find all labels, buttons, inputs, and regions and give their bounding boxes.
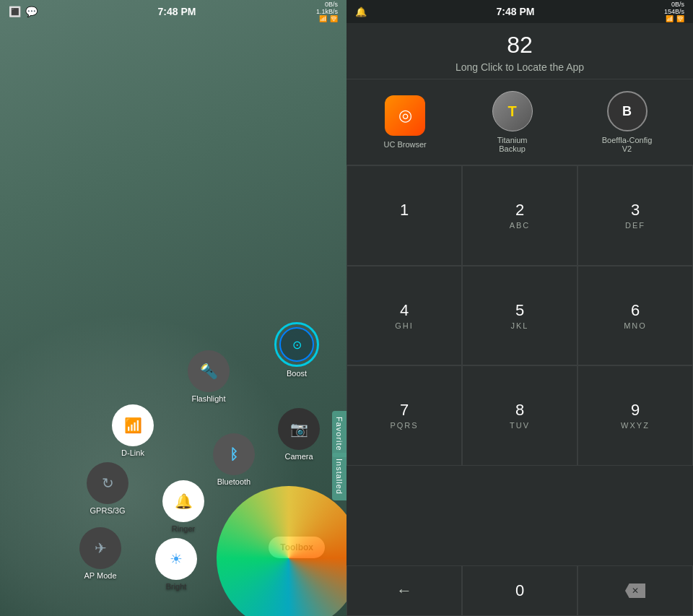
whatsapp-icon: 💬 [25, 6, 38, 17]
menu-item-ringer[interactable]: Ringer [162, 480, 204, 533]
key-9[interactable]: 9 WXYZ [578, 365, 693, 466]
network-info-left: 0B/s 1.1kB/s 📶 🛜 [316, 1, 338, 22]
signal-icon: 📶 [319, 15, 327, 22]
boeffla-symbol: B [622, 104, 632, 119]
boost-ring: ⊙ [274, 322, 319, 367]
gprs-label: GPRS/3G [90, 506, 126, 515]
radial-menu: D-Link Flashlight ⊙ Boost Camera [0, 197, 346, 616]
dlink-icon [112, 404, 154, 446]
boost-symbol: ⊙ [292, 338, 302, 352]
ringer-symbol [175, 492, 193, 511]
bright-label: Bright [166, 582, 187, 591]
key-6[interactable]: 6 MNO [578, 266, 693, 366]
menu-item-flashlight[interactable]: Flashlight [188, 350, 230, 403]
app-uc-browser[interactable]: ◎ UC Browser [383, 95, 426, 149]
wifi-symbol [124, 416, 142, 435]
key-3-letters: DEF [625, 221, 645, 230]
key-4-number: 4 [400, 301, 409, 320]
key-2-number: 2 [515, 201, 524, 220]
network-info-right: 0B/s 154B/s 📶 🛜 [664, 1, 684, 22]
download-speed-left: 1.1kB/s [316, 8, 338, 15]
wifi-right: 🛜 [676, 15, 684, 22]
key-2-letters: ABC [510, 221, 531, 230]
status-icons-left: 🔳 💬 [9, 6, 38, 17]
status-bar-left: 🔳 💬 7:48 PM 0B/s 1.1kB/s 📶 🛜 [0, 0, 346, 23]
key-1-letters [402, 221, 406, 230]
delete-icon: ✕ [625, 584, 645, 598]
titanium-symbol: T [508, 103, 517, 120]
key-5-number: 5 [515, 301, 524, 320]
camera-icon [278, 408, 320, 450]
uc-browser-label: UC Browser [383, 140, 426, 149]
menu-item-camera[interactable]: Camera [278, 408, 320, 461]
key-5[interactable]: 5 JKL [462, 266, 578, 366]
app-boeffla[interactable]: B Boeffla-Config V2 [598, 91, 656, 153]
gprs-symbol: ↻ [102, 474, 114, 492]
flashlight-icon [188, 350, 230, 392]
key-6-letters: MNO [624, 321, 647, 330]
app-search-section: 82 Long Click to Locate the App [346, 23, 693, 79]
key-8-letters: TUV [510, 421, 530, 430]
back-arrow-icon: ← [396, 581, 412, 600]
menu-item-dlink[interactable]: D-Link [112, 404, 154, 457]
key-4[interactable]: 4 GHI [346, 266, 462, 366]
arc-decoration [217, 486, 346, 616]
flashlight-label: Flashlight [191, 394, 225, 403]
key-0-number: 0 [515, 581, 524, 600]
key-7-letters: PQRS [390, 421, 418, 430]
key-0[interactable]: 0 [462, 565, 578, 616]
signal-right: 📶 [666, 15, 674, 22]
apmode-icon [79, 527, 121, 569]
boeffla-label: Boeffla-Config V2 [598, 136, 656, 153]
app-instruction: Long Click to Locate the App [358, 61, 681, 73]
uc-browser-icon: ◎ [385, 95, 425, 136]
key-8[interactable]: 8 TUV [462, 365, 578, 466]
key-2[interactable]: 2 ABC [462, 165, 578, 266]
download-speed-right: 154B/s [664, 8, 684, 15]
bluetooth-symbol: ᛒ [230, 446, 238, 463]
boeffla-icon: B [607, 91, 648, 131]
boost-label: Boost [287, 369, 307, 378]
uc-symbol: ◎ [398, 106, 412, 125]
menu-item-boost[interactable]: ⊙ Boost [274, 322, 319, 378]
brightness-symbol [170, 550, 183, 568]
tab-installed[interactable]: Installed [332, 453, 346, 500]
key-4-letters: GHI [395, 321, 414, 330]
bluetooth-label: Bluetooth [217, 477, 250, 486]
time-right: 7:48 PM [497, 6, 535, 17]
app-titanium-backup[interactable]: T Titanium Backup [484, 91, 541, 153]
menu-item-bluetooth[interactable]: ᛒ Bluetooth [213, 433, 255, 486]
camera-symbol [290, 420, 308, 438]
app-icon-1: 🔳 [9, 6, 21, 17]
ringer-icon [162, 480, 204, 522]
key-3-number: 3 [631, 201, 640, 220]
key-6-number: 6 [631, 301, 640, 320]
menu-item-gprs[interactable]: ↻ GPRS/3G [87, 462, 128, 515]
key-3[interactable]: 3 DEF [578, 165, 693, 266]
key-delete[interactable]: ✕ [578, 565, 693, 616]
status-icons-right: 🔔 [355, 6, 367, 17]
key-9-number: 9 [631, 401, 640, 420]
ringer-label: Ringer [172, 524, 195, 533]
key-back[interactable]: ← [346, 565, 462, 616]
key-8-number: 8 [515, 401, 524, 420]
signal-icons-right: 📶 🛜 [666, 15, 684, 22]
tab-favorite[interactable]: Favorite [332, 411, 346, 457]
right-panel: 🔔 7:48 PM 0B/s 154B/s 📶 🛜 82 Long Click … [346, 0, 693, 616]
menu-item-bright[interactable]: Bright [155, 538, 197, 591]
airplane-symbol [95, 539, 107, 558]
key-7[interactable]: 7 PQRS [346, 365, 462, 466]
bright-icon [155, 538, 197, 580]
boost-inner: ⊙ [279, 327, 314, 362]
key-5-letters: JKL [511, 321, 529, 330]
app-count: 82 [358, 32, 681, 58]
bluetooth-icon: ᛒ [213, 433, 255, 475]
status-bar-right: 🔔 7:48 PM 0B/s 154B/s 📶 🛜 [346, 0, 693, 23]
key-1[interactable]: 1 [346, 165, 462, 266]
apmode-label: AP Mode [84, 571, 116, 580]
titanium-label: Titanium Backup [484, 136, 541, 153]
camera-label: Camera [284, 452, 313, 461]
left-panel: 🔳 💬 7:48 PM 0B/s 1.1kB/s 📶 🛜 D-Link [0, 0, 346, 616]
dlink-label: D-Link [121, 448, 144, 457]
menu-item-apmode[interactable]: AP Mode [79, 527, 121, 580]
